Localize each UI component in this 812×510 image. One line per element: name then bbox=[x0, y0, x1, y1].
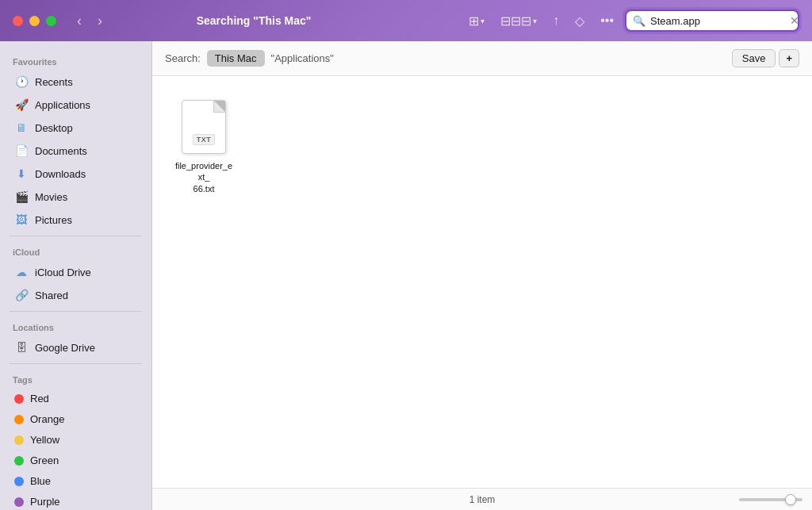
blue-tag-dot bbox=[14, 477, 24, 486]
sidebar-item-label: Shared bbox=[35, 290, 68, 301]
sidebar-item-label: Blue bbox=[30, 475, 51, 487]
scope-this-mac-button[interactable]: This Mac bbox=[207, 50, 265, 67]
orange-tag-dot bbox=[14, 415, 24, 424]
search-bar: Search: This Mac "Applications" Save + bbox=[152, 41, 812, 76]
sidebar-item-tag-red[interactable]: Red bbox=[5, 389, 147, 408]
sidebar-item-label: Downloads bbox=[35, 168, 86, 180]
share-icon: ↑ bbox=[553, 13, 559, 28]
icloud-label: iCloud bbox=[0, 241, 151, 260]
pictures-icon: 🖼 bbox=[14, 213, 29, 227]
sidebar-item-tag-blue[interactable]: Blue bbox=[5, 471, 147, 491]
sidebar-item-tag-purple[interactable]: Purple bbox=[5, 492, 147, 510]
share-button[interactable]: ↑ bbox=[548, 10, 564, 31]
sidebar-item-label: Applications bbox=[35, 99, 90, 111]
google-drive-icon: 🗄 bbox=[14, 340, 29, 355]
file-name: file_provider_ext_ 66.txt bbox=[174, 160, 233, 194]
tag-icon: ◇ bbox=[575, 13, 584, 29]
scope-applications-text[interactable]: "Applications" bbox=[271, 52, 334, 64]
sidebar-item-google-drive[interactable]: 🗄 Google Drive bbox=[5, 336, 147, 359]
view-grid-button[interactable]: ⊞ ▾ bbox=[464, 10, 489, 32]
sidebar-item-label: Desktop bbox=[35, 122, 73, 134]
movies-icon: 🎬 bbox=[14, 190, 29, 204]
traffic-lights bbox=[13, 16, 56, 26]
search-label: Search: bbox=[165, 52, 201, 64]
sidebar-item-label: Pictures bbox=[35, 214, 72, 226]
sidebar-item-tag-orange[interactable]: Orange bbox=[5, 409, 147, 429]
grid-icon: ⊞ bbox=[469, 13, 479, 29]
favourites-label: Favourites bbox=[0, 51, 151, 70]
file-type-badge: TXT bbox=[193, 134, 216, 145]
sidebar-item-label: Green bbox=[30, 454, 59, 466]
yellow-tag-dot bbox=[14, 435, 24, 445]
search-input[interactable] bbox=[650, 15, 783, 27]
sidebar-item-movies[interactable]: 🎬 Movies bbox=[5, 186, 147, 208]
zoom-slider[interactable] bbox=[739, 498, 802, 501]
sidebar-item-label: Google Drive bbox=[35, 342, 95, 354]
search-clear-button[interactable]: ✕ bbox=[788, 14, 801, 27]
tags-label: Tags bbox=[0, 369, 151, 388]
sidebar-item-shared[interactable]: 🔗 Shared bbox=[5, 284, 147, 306]
ellipsis-icon: ••• bbox=[600, 13, 614, 28]
txt-file-graphic: TXT bbox=[182, 100, 226, 154]
sidebar-item-documents[interactable]: 📄 Documents bbox=[5, 140, 147, 162]
sidebar-item-tag-yellow[interactable]: Yellow bbox=[5, 430, 147, 450]
red-tag-dot bbox=[14, 394, 24, 404]
sidebar-item-tag-green[interactable]: Green bbox=[5, 451, 147, 470]
sidebar: Favourites 🕐 Recents 🚀 Applications 🖥 De… bbox=[0, 41, 152, 510]
documents-icon: 📄 bbox=[14, 144, 29, 158]
sidebar-item-icloud-drive[interactable]: ☁ iCloud Drive bbox=[5, 261, 147, 283]
search-box[interactable]: 🔍 ✕ bbox=[625, 10, 799, 32]
status-bar: 1 item bbox=[152, 488, 812, 510]
sidebar-item-applications[interactable]: 🚀 Applications bbox=[5, 94, 147, 116]
minimize-button[interactable] bbox=[29, 16, 40, 26]
view-options-button[interactable]: ⊟⊟⊟ ▾ bbox=[496, 10, 542, 32]
shared-icon: 🔗 bbox=[14, 288, 29, 302]
recents-icon: 🕐 bbox=[14, 75, 29, 89]
sidebar-item-downloads[interactable]: ⬇ Downloads bbox=[5, 163, 147, 185]
sidebar-item-label: Purple bbox=[30, 496, 60, 508]
save-area: Save + bbox=[732, 49, 799, 67]
toolbar: ⊞ ▾ ⊟⊟⊟ ▾ ↑ ◇ ••• 🔍 ✕ bbox=[464, 10, 799, 32]
purple-tag-dot bbox=[14, 497, 24, 507]
sidebar-item-label: Documents bbox=[35, 145, 87, 157]
separator-1 bbox=[10, 236, 142, 236]
green-tag-dot bbox=[14, 456, 24, 466]
options-icon: ⊟⊟⊟ bbox=[500, 13, 531, 29]
zoom-control[interactable] bbox=[739, 498, 802, 501]
titlebar: ‹ › Searching "This Mac" ⊞ ▾ ⊟⊟⊟ ▾ ↑ ◇ •… bbox=[0, 0, 812, 41]
sidebar-item-pictures[interactable]: 🖼 Pictures bbox=[5, 209, 147, 231]
chevron-down-icon: ▾ bbox=[481, 17, 485, 25]
sidebar-item-label: Yellow bbox=[30, 434, 59, 446]
chevron-down-icon-2: ▾ bbox=[533, 17, 537, 25]
sidebar-item-label: iCloud Drive bbox=[35, 267, 91, 278]
file-name-line1: file_provider_ext_ bbox=[175, 161, 232, 182]
file-grid: TXT file_provider_ext_ 66.txt bbox=[152, 76, 812, 488]
downloads-icon: ⬇ bbox=[14, 167, 29, 181]
zoom-thumb[interactable] bbox=[785, 494, 796, 505]
search-icon: 🔍 bbox=[633, 15, 645, 27]
more-button[interactable]: ••• bbox=[596, 10, 619, 31]
save-button[interactable]: Save bbox=[732, 49, 776, 67]
file-browser: Search: This Mac "Applications" Save + T… bbox=[152, 41, 812, 510]
desktop-icon: 🖥 bbox=[14, 121, 29, 135]
main-content: Favourites 🕐 Recents 🚀 Applications 🖥 De… bbox=[0, 41, 812, 510]
sidebar-item-desktop[interactable]: 🖥 Desktop bbox=[5, 117, 147, 139]
sidebar-item-label: Red bbox=[30, 393, 49, 405]
separator-2 bbox=[10, 311, 142, 312]
window-title: Searching "This Mac" bbox=[53, 14, 454, 27]
sidebar-item-label: Orange bbox=[30, 413, 64, 425]
file-icon: TXT bbox=[178, 98, 229, 155]
locations-label: Locations bbox=[0, 316, 151, 336]
tag-button[interactable]: ◇ bbox=[570, 10, 589, 32]
file-item[interactable]: TXT file_provider_ext_ 66.txt bbox=[168, 92, 239, 201]
add-button[interactable]: + bbox=[779, 49, 799, 67]
icloud-icon: ☁ bbox=[14, 265, 29, 279]
sidebar-item-label: Recents bbox=[35, 76, 73, 88]
close-button[interactable] bbox=[13, 16, 23, 26]
file-name-line2: 66.txt bbox=[193, 184, 215, 194]
sidebar-item-label: Movies bbox=[35, 191, 67, 203]
status-text: 1 item bbox=[469, 494, 496, 505]
separator-3 bbox=[10, 363, 142, 364]
applications-icon: 🚀 bbox=[14, 98, 29, 112]
sidebar-item-recents[interactable]: 🕐 Recents bbox=[5, 71, 147, 93]
